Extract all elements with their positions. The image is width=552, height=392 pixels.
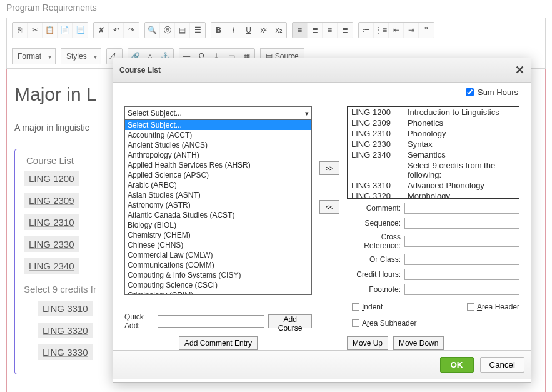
subject-select[interactable]: Select Subject... bbox=[124, 106, 312, 120]
sequence-input[interactable] bbox=[404, 218, 519, 229]
superscript-icon[interactable]: x² bbox=[256, 23, 271, 38]
subject-option[interactable]: Accounting (ACCT) bbox=[125, 130, 311, 140]
underline-icon[interactable]: U bbox=[241, 23, 256, 38]
subject-option[interactable]: Ancient Studies (ANCS) bbox=[125, 140, 311, 150]
table-row[interactable]: LING 2310Phonology bbox=[348, 128, 519, 139]
align-justify-icon[interactable]: ≣ bbox=[338, 23, 353, 38]
add-course-button[interactable]: Add Course bbox=[268, 314, 312, 328]
numbered-list-icon[interactable]: ≔ bbox=[359, 23, 374, 38]
course-list-dialog: Course List ✕ Sum Hours Select Subject..… bbox=[113, 58, 531, 383]
course-code[interactable]: LING 2330 bbox=[24, 236, 79, 252]
comment-label: Comment: bbox=[347, 204, 401, 213]
subject-option[interactable]: Chemistry (CHEM) bbox=[125, 230, 311, 240]
move-up-button[interactable]: Move Up bbox=[347, 336, 388, 350]
table-row[interactable]: LING 3310Advanced Phonology bbox=[348, 180, 519, 191]
close-icon[interactable]: ✕ bbox=[515, 63, 524, 77]
footnote-input[interactable] bbox=[404, 284, 519, 295]
find-icon[interactable]: 🔍 bbox=[145, 23, 160, 38]
table-row[interactable]: LING 3320Morphology bbox=[348, 191, 519, 199]
subject-option[interactable]: Applied Science (APSC) bbox=[125, 170, 311, 180]
sum-hours-label: Sum Hours bbox=[478, 88, 518, 97]
subject-option[interactable]: Arabic (ARBC) bbox=[125, 180, 311, 190]
dialog-title: Course List bbox=[119, 66, 161, 74]
page-title: Program Requirements bbox=[6, 3, 546, 13]
credithours-label: Credit Hours: bbox=[347, 270, 401, 279]
clear-format-icon[interactable]: ✘ bbox=[94, 23, 109, 38]
table-row[interactable]: Select 9 credits from the following: bbox=[348, 160, 519, 180]
table-row[interactable]: LING 2309Phonetics bbox=[348, 118, 519, 128]
table-row[interactable]: LING 2340Semantics bbox=[348, 149, 519, 160]
italic-icon[interactable]: I bbox=[226, 23, 241, 38]
subject-option[interactable]: Commercial Law (CMLW) bbox=[125, 250, 311, 260]
subject-option[interactable]: Asian Studies (ASNT) bbox=[125, 190, 311, 200]
cancel-button[interactable]: Cancel bbox=[480, 357, 525, 373]
indent-icon[interactable]: ⇥ bbox=[404, 23, 419, 38]
cut-icon[interactable]: ✂ bbox=[28, 23, 43, 38]
subject-option[interactable]: Chinese (CHNS) bbox=[125, 240, 311, 250]
table-row[interactable]: LING 1200Introduction to Linguistics bbox=[348, 107, 519, 118]
table-row[interactable]: LING 2330Syntax bbox=[348, 139, 519, 149]
sequence-label: Sequence: bbox=[347, 219, 401, 228]
subject-dropdown[interactable]: Select Subject...Accounting (ACCT)Ancien… bbox=[124, 120, 312, 295]
subject-option[interactable]: Applied Health Services Res (AHSR) bbox=[125, 160, 311, 170]
subject-option[interactable]: Atlantic Canada Studies (ACST) bbox=[125, 210, 311, 220]
bold-icon[interactable]: B bbox=[211, 23, 226, 38]
crossref-label: Cross Reference: bbox=[347, 233, 401, 250]
course-code[interactable]: LING 1200 bbox=[24, 171, 79, 186]
add-to-list-button[interactable]: >> bbox=[319, 161, 339, 175]
area-header-checkbox[interactable] bbox=[467, 303, 474, 311]
paste-icon[interactable]: 📋 bbox=[43, 23, 58, 38]
paste-word-icon[interactable]: 📃 bbox=[73, 23, 88, 38]
sum-hours-checkbox[interactable] bbox=[466, 88, 474, 96]
subject-option[interactable]: Computing & Info Systems (CISY) bbox=[125, 270, 311, 280]
course-code[interactable]: LING 3330 bbox=[38, 344, 93, 360]
blockquote-icon[interactable]: ❞ bbox=[419, 23, 434, 38]
course-code[interactable]: LING 3310 bbox=[38, 301, 93, 316]
comment-input[interactable] bbox=[404, 203, 519, 214]
subject-option[interactable]: Astronomy (ASTR) bbox=[125, 200, 311, 210]
indent-checkbox[interactable] bbox=[352, 303, 359, 311]
replace-icon[interactable]: ⓐ bbox=[160, 23, 175, 38]
subject-option[interactable]: Biology (BIOL) bbox=[125, 220, 311, 230]
subject-option[interactable]: Computing Science (CSCI) bbox=[125, 280, 311, 290]
remove-from-list-button[interactable]: << bbox=[319, 200, 339, 214]
outdent-icon[interactable]: ⇤ bbox=[389, 23, 404, 38]
quick-add-label: Quick Add: bbox=[124, 313, 154, 330]
area-header-label: rea Header bbox=[482, 303, 519, 311]
subject-option[interactable]: Criminology (CRIM) bbox=[125, 290, 311, 295]
course-code[interactable]: LING 2309 bbox=[24, 193, 79, 208]
orclass-input[interactable] bbox=[404, 254, 519, 265]
redo-icon[interactable]: ↷ bbox=[124, 23, 139, 38]
course-code[interactable]: LING 2340 bbox=[24, 258, 79, 274]
course-code[interactable]: LING 2310 bbox=[24, 214, 79, 230]
indent-label: ndent bbox=[364, 303, 383, 311]
align-center-icon[interactable]: ≣ bbox=[308, 23, 323, 38]
copy-icon[interactable]: ⎘ bbox=[13, 23, 28, 38]
selectall-icon[interactable]: ▤ bbox=[175, 23, 190, 38]
move-down-button[interactable]: Move Down bbox=[393, 336, 444, 350]
credithours-input[interactable] bbox=[404, 269, 519, 280]
paste-text-icon[interactable]: 📄 bbox=[58, 23, 73, 38]
course-list-title: Course List bbox=[24, 155, 76, 166]
quick-add-input[interactable] bbox=[158, 315, 264, 328]
course-table[interactable]: LING 1200Introduction to LinguisticsLING… bbox=[347, 106, 519, 199]
align-left-icon[interactable]: ≡ bbox=[293, 23, 308, 38]
course-code[interactable]: LING 3320 bbox=[38, 323, 93, 338]
subject-option[interactable]: Select Subject... bbox=[125, 120, 311, 130]
styles-select[interactable]: Styles bbox=[61, 48, 101, 64]
add-comment-entry-button[interactable]: Add Comment Entry bbox=[179, 336, 258, 350]
area-subheader-label: ea Subheader bbox=[369, 319, 416, 328]
align-right-icon[interactable]: ≡ bbox=[323, 23, 338, 38]
crossref-input[interactable] bbox=[404, 236, 519, 247]
spell-icon[interactable]: ☰ bbox=[190, 23, 205, 38]
subject-option[interactable]: Communications (COMM) bbox=[125, 260, 311, 270]
ok-button[interactable]: OK bbox=[440, 357, 474, 373]
footnote-label: Footnote: bbox=[347, 285, 401, 294]
area-subheader-checkbox[interactable] bbox=[352, 319, 359, 327]
orclass-label: Or Class: bbox=[347, 255, 401, 264]
subscript-icon[interactable]: x₂ bbox=[271, 23, 286, 38]
subject-option[interactable]: Anthropology (ANTH) bbox=[125, 150, 311, 160]
bullet-list-icon[interactable]: ⋮≡ bbox=[374, 23, 389, 38]
undo-icon[interactable]: ↶ bbox=[109, 23, 124, 38]
format-select[interactable]: Format bbox=[12, 48, 56, 64]
